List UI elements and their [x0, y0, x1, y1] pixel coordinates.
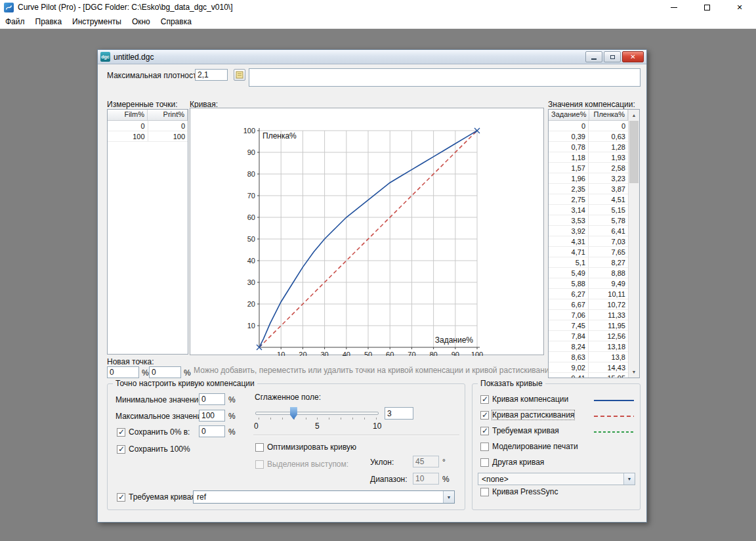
table-cell: 1,28 — [589, 142, 628, 152]
table-row[interactable]: 7,0611,33 — [549, 310, 628, 320]
svg-text:30: 30 — [247, 278, 255, 286]
table-row[interactable]: 9,4115,05 — [549, 373, 628, 378]
keep0-input[interactable] — [199, 425, 225, 437]
new-point-print-input[interactable] — [149, 366, 181, 378]
keep0-checkbox[interactable] — [117, 428, 125, 437]
svg-text:90: 90 — [452, 351, 459, 356]
menu-window[interactable]: Окно — [127, 16, 156, 28]
svg-text:100: 100 — [471, 351, 483, 356]
curve-chart-svg[interactable]: 1020304050607080901001020304050607080901… — [190, 108, 545, 356]
target-curve-checkbox[interactable] — [117, 493, 125, 502]
curve-chart[interactable]: 1020304050607080901001020304050607080901… — [190, 108, 544, 355]
target-curve-combo[interactable]: ref ▼ — [193, 490, 455, 504]
table-row[interactable]: 3,926,41 — [549, 226, 628, 236]
close-button[interactable]: ✕ — [723, 0, 756, 14]
chevron-down-icon[interactable]: ▼ — [623, 473, 635, 485]
table-row[interactable]: 9,0214,43 — [549, 362, 628, 373]
keep0-label[interactable]: Сохранить 0% в: — [129, 427, 190, 437]
table-cell: 8,88 — [589, 268, 628, 278]
table-row[interactable]: 4,317,03 — [549, 236, 628, 247]
minimize-button[interactable] — [658, 0, 690, 14]
table-row[interactable]: 00 — [108, 121, 188, 131]
svg-text:Задание%: Задание% — [435, 335, 474, 345]
chevron-down-icon[interactable]: ▼ — [443, 491, 454, 503]
table-row[interactable]: 6,2710,11 — [549, 289, 628, 299]
scroll-up-button[interactable]: ▲ — [629, 110, 639, 121]
min-value-input[interactable] — [199, 393, 225, 405]
table-row[interactable]: 0,781,28 — [549, 142, 628, 152]
table-row[interactable]: 7,8412,56 — [549, 331, 628, 341]
keep100-label[interactable]: Сохранить 100% — [129, 444, 190, 454]
table-row[interactable]: 2,353,87 — [549, 184, 628, 194]
table-row[interactable]: 1,572,58 — [549, 163, 628, 173]
checkbox[interactable] — [480, 443, 489, 451]
smoothing-slider-track[interactable] — [255, 412, 379, 415]
table-row[interactable]: 8,6313,8 — [549, 352, 628, 362]
keep100-checkbox[interactable] — [117, 445, 125, 454]
other-curve-combo[interactable]: <none> ▼ — [478, 473, 635, 485]
table-row[interactable]: 2,754,51 — [549, 194, 628, 205]
table-cell: 7,03 — [589, 236, 628, 246]
new-point-film-input[interactable] — [107, 366, 139, 378]
checkbox[interactable] — [480, 458, 489, 467]
menu-help[interactable]: Справка — [156, 16, 197, 28]
table-row[interactable]: 1,963,23 — [549, 173, 628, 184]
table-row[interactable]: 3,145,15 — [549, 205, 628, 215]
doc-minimize-button[interactable] — [585, 51, 602, 62]
slope-input[interactable] — [413, 456, 439, 467]
doc-close-button[interactable]: ✕ — [622, 51, 644, 62]
show-curve-label[interactable]: Кривая компенсации — [492, 395, 568, 404]
menu-edit[interactable]: Правка — [30, 16, 68, 28]
show-curve-label[interactable]: Кривая PressSync — [492, 487, 558, 496]
table-cell: 1,18 — [549, 152, 589, 162]
table-row[interactable]: 0,390,63 — [549, 131, 628, 142]
optimize-label[interactable]: Оптимизировать кривую — [267, 443, 356, 452]
doc-close-icon: ✕ — [630, 53, 635, 60]
smoothing-input[interactable] — [385, 407, 413, 420]
menu-tools[interactable]: Инструменты — [67, 16, 127, 28]
table-row[interactable]: 6,6710,72 — [549, 299, 628, 310]
table-row[interactable]: 5,18,27 — [549, 257, 628, 268]
checkbox[interactable] — [480, 427, 489, 435]
table-row[interactable]: 1,181,93 — [549, 152, 628, 163]
scroll-thumb[interactable] — [629, 121, 639, 183]
optimize-checkbox[interactable] — [255, 443, 264, 452]
show-curve-label[interactable]: Другая кривая — [492, 458, 544, 467]
table-cell: 5,15 — [589, 205, 628, 215]
table-cell: 3,87 — [589, 184, 628, 194]
checkbox[interactable] — [480, 395, 489, 404]
target-curve-label[interactable]: Требуемая кривая: — [129, 492, 198, 502]
table-row[interactable]: 5,889,49 — [549, 278, 628, 289]
table-row[interactable]: 3,535,78 — [549, 215, 628, 226]
table-row[interactable]: 5,498,88 — [549, 268, 628, 278]
svg-text:70: 70 — [408, 351, 415, 356]
table-cell: 13,18 — [589, 341, 628, 351]
bump-checkbox[interactable] — [255, 460, 264, 469]
table-row[interactable]: 7,4511,95 — [549, 320, 628, 331]
description-field[interactable] — [249, 68, 640, 87]
show-curve-label[interactable]: Моделирование печати — [492, 442, 578, 451]
tune-group-legend: Точно настроить кривую компенсации — [113, 379, 257, 388]
document-titlebar[interactable]: dgc untitled.dgc ✕ — [98, 50, 646, 64]
table-cell: 5,88 — [549, 278, 589, 288]
table-cell: 14,43 — [589, 362, 628, 372]
table-row[interactable]: 8,2413,18 — [549, 341, 628, 352]
svg-text:60: 60 — [247, 213, 255, 221]
table-row[interactable]: 4,717,65 — [549, 247, 628, 257]
doc-restore-button[interactable] — [604, 51, 621, 62]
smoothing-slider-ticks — [259, 418, 377, 420]
table-row[interactable]: 00 — [549, 121, 628, 131]
table-row[interactable]: 100100 — [108, 131, 188, 142]
vertical-scrollbar[interactable]: ▲ ▼ — [628, 110, 639, 378]
checkbox[interactable] — [480, 488, 489, 496]
show-curve-label[interactable]: Требуемая кривая — [492, 426, 559, 435]
maximize-button[interactable] — [690, 0, 723, 14]
show-curve-label[interactable]: Кривая растискивания — [492, 410, 574, 420]
density-options-button[interactable] — [234, 69, 245, 81]
checkbox[interactable] — [480, 411, 489, 420]
max-value-input[interactable] — [199, 410, 225, 422]
density-input[interactable] — [195, 69, 228, 81]
menu-file[interactable]: Файл — [0, 16, 30, 28]
range-input[interactable] — [413, 473, 439, 485]
scroll-down-button[interactable]: ▼ — [629, 366, 639, 378]
